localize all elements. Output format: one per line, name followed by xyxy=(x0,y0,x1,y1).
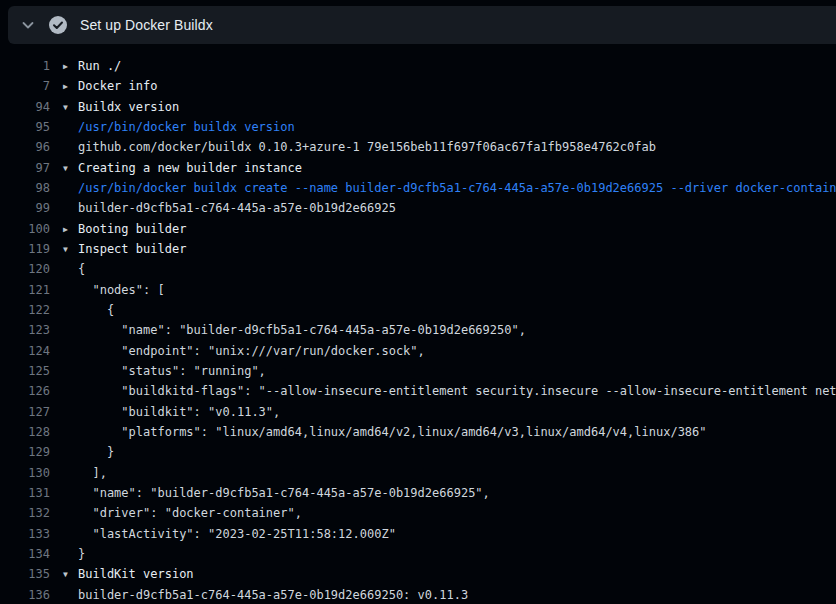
line-number[interactable]: 129 xyxy=(0,445,50,459)
line-number[interactable]: 121 xyxy=(0,283,50,297)
line-number[interactable]: 128 xyxy=(0,425,50,439)
line-number[interactable]: 95 xyxy=(0,120,50,134)
log-text: "nodes": [ xyxy=(50,283,836,297)
log-line-text: Run ./ xyxy=(78,59,121,73)
log-text: /usr/bin/docker buildx version xyxy=(50,120,836,134)
log-group-toggle[interactable]: ▼Buildx version xyxy=(50,100,836,114)
log-line-text: Creating a new builder instance xyxy=(78,161,302,175)
log-line-text: github.com/docker/buildx 0.10.3+azure-1 … xyxy=(78,140,656,154)
log-line-text: "buildkit": "v0.11.3", xyxy=(78,405,280,419)
log-line: 133 "lastActivity": "2023-02-25T11:58:12… xyxy=(0,524,836,544)
step-title: Set up Docker Buildx xyxy=(80,17,213,33)
log-group-toggle[interactable]: ▶Booting builder xyxy=(50,222,836,236)
log-line-text: "buildkitd-flags": "--allow-insecure-ent… xyxy=(78,384,836,398)
log-text: github.com/docker/buildx 0.10.3+azure-1 … xyxy=(50,140,836,154)
line-number[interactable]: 1 xyxy=(0,59,50,73)
triangle-right-icon: ▶ xyxy=(63,82,68,91)
triangle-down-icon: ▼ xyxy=(63,570,68,579)
log-line-text: "status": "running", xyxy=(78,364,266,378)
log-text: "name": "builder-d9cfb5a1-c764-445a-a57e… xyxy=(50,323,836,337)
log-text: "endpoint": "unix:///var/run/docker.sock… xyxy=(50,344,836,358)
line-number[interactable]: 122 xyxy=(0,303,50,317)
log-line: 94▼Buildx version xyxy=(0,97,836,117)
log-line-text: ], xyxy=(78,466,107,480)
log-group-toggle[interactable]: ▶Docker info xyxy=(50,79,836,93)
log-text: builder-d9cfb5a1-c764-445a-a57e-0b19d2e6… xyxy=(50,201,836,215)
line-number[interactable]: 120 xyxy=(0,262,50,276)
log-text: } xyxy=(50,445,836,459)
log-line-text: "name": "builder-d9cfb5a1-c764-445a-a57e… xyxy=(78,486,490,500)
line-number[interactable]: 131 xyxy=(0,486,50,500)
log-line: 96github.com/docker/buildx 0.10.3+azure-… xyxy=(0,137,836,157)
log-line: 128 "platforms": "linux/amd64,linux/amd6… xyxy=(0,422,836,442)
log-text: "lastActivity": "2023-02-25T11:58:12.000… xyxy=(50,527,836,541)
line-number[interactable]: 96 xyxy=(0,140,50,154)
line-number[interactable]: 99 xyxy=(0,201,50,215)
line-number[interactable]: 125 xyxy=(0,364,50,378)
triangle-right-icon: ▶ xyxy=(63,62,68,71)
log-text: builder-d9cfb5a1-c764-445a-a57e-0b19d2e6… xyxy=(50,588,836,602)
log-line: 121 "nodes": [ xyxy=(0,280,836,300)
log-line: 95/usr/bin/docker buildx version xyxy=(0,117,836,137)
log-text: } xyxy=(50,547,836,561)
log-text: ], xyxy=(50,466,836,480)
line-number[interactable]: 127 xyxy=(0,405,50,419)
log-text: { xyxy=(50,303,836,317)
log-line-text: /usr/bin/docker buildx create --name bui… xyxy=(78,181,836,195)
log-line-text: } xyxy=(78,445,114,459)
log-group-toggle[interactable]: ▼Creating a new builder instance xyxy=(50,161,836,175)
line-number[interactable]: 100 xyxy=(0,222,50,236)
log-line: 124 "endpoint": "unix:///var/run/docker.… xyxy=(0,341,836,361)
line-number[interactable]: 134 xyxy=(0,547,50,561)
log-line-text: { xyxy=(78,262,85,276)
line-number[interactable]: 119 xyxy=(0,242,50,256)
log-group-toggle[interactable]: ▼Inspect builder xyxy=(50,242,836,256)
log-line: 122 { xyxy=(0,300,836,320)
line-number[interactable]: 124 xyxy=(0,344,50,358)
line-number[interactable]: 123 xyxy=(0,323,50,337)
log-line: 125 "status": "running", xyxy=(0,361,836,381)
log-line: 7▶Docker info xyxy=(0,76,836,96)
log-line-text: "driver": "docker-container", xyxy=(78,506,302,520)
log-line-text: /usr/bin/docker buildx version xyxy=(78,120,295,134)
triangle-right-icon: ▶ xyxy=(63,224,68,233)
triangle-down-icon: ▼ xyxy=(63,163,68,172)
log-text: "driver": "docker-container", xyxy=(50,506,836,520)
log-group-toggle[interactable]: ▶Run ./ xyxy=(50,59,836,73)
log-line: 100▶Booting builder xyxy=(0,219,836,239)
log-line-text: { xyxy=(78,303,114,317)
log-line: 98/usr/bin/docker buildx create --name b… xyxy=(0,178,836,198)
line-number[interactable]: 135 xyxy=(0,567,50,581)
line-number[interactable]: 97 xyxy=(0,161,50,175)
log-line-text: Docker info xyxy=(78,79,157,93)
log-line: 129 } xyxy=(0,442,836,462)
log-group-toggle[interactable]: ▼BuildKit version xyxy=(50,567,836,581)
log-line: 131 "name": "builder-d9cfb5a1-c764-445a-… xyxy=(0,483,836,503)
log-line: 120{ xyxy=(0,259,836,279)
line-number[interactable]: 94 xyxy=(0,100,50,114)
log-line: 126 "buildkitd-flags": "--allow-insecure… xyxy=(0,381,836,401)
log-line: 123 "name": "builder-d9cfb5a1-c764-445a-… xyxy=(0,320,836,340)
line-number[interactable]: 136 xyxy=(0,588,50,602)
line-number[interactable]: 7 xyxy=(0,79,50,93)
log-line: 1▶Run ./ xyxy=(0,56,836,76)
line-number[interactable]: 130 xyxy=(0,466,50,480)
step-header[interactable]: Set up Docker Buildx xyxy=(8,6,836,44)
line-number[interactable]: 132 xyxy=(0,506,50,520)
log-text: { xyxy=(50,262,836,276)
line-number[interactable]: 98 xyxy=(0,181,50,195)
log-line-text: builder-d9cfb5a1-c764-445a-a57e-0b19d2e6… xyxy=(78,201,396,215)
line-number[interactable]: 133 xyxy=(0,527,50,541)
chevron-down-icon[interactable] xyxy=(20,17,36,33)
check-circle-icon xyxy=(48,15,68,35)
log-line-text: } xyxy=(78,547,85,561)
log-line-text: "lastActivity": "2023-02-25T11:58:12.000… xyxy=(78,527,396,541)
log-lines: 1▶Run ./7▶Docker info94▼Buildx version95… xyxy=(0,56,836,604)
log-text: "platforms": "linux/amd64,linux/amd64/v2… xyxy=(50,425,836,439)
log-line: 99builder-d9cfb5a1-c764-445a-a57e-0b19d2… xyxy=(0,198,836,218)
line-number[interactable]: 126 xyxy=(0,384,50,398)
log-text: "buildkitd-flags": "--allow-insecure-ent… xyxy=(50,384,836,398)
log-text: "name": "builder-d9cfb5a1-c764-445a-a57e… xyxy=(50,486,836,500)
log-line-text: "platforms": "linux/amd64,linux/amd64/v2… xyxy=(78,425,707,439)
log-line-text: builder-d9cfb5a1-c764-445a-a57e-0b19d2e6… xyxy=(78,588,468,602)
